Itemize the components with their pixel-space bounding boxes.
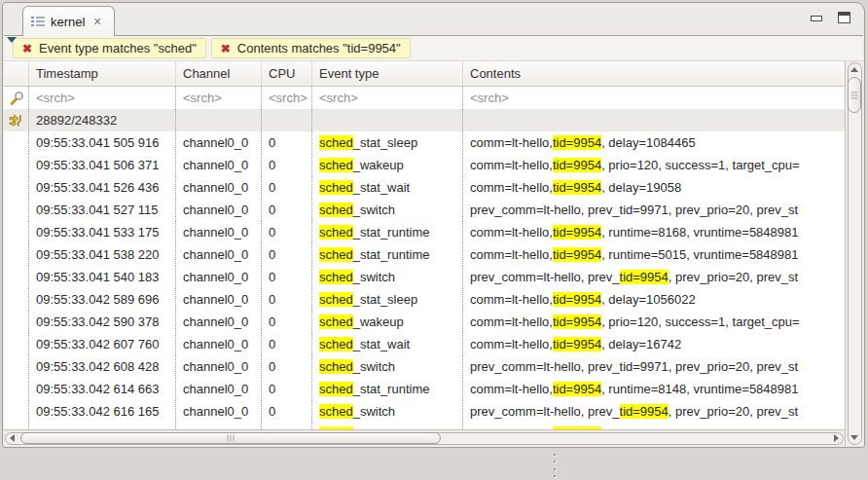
cell-event-type: sched_stat_sleep bbox=[312, 131, 463, 154]
cell-timestamp: 09:55:33.042 614 663 bbox=[29, 378, 176, 400]
header-timestamp[interactable]: Timestamp bbox=[29, 61, 176, 86]
cell-contents: comm=lt-hello, tid=9954, prio=120, succe… bbox=[463, 311, 845, 333]
scroll-down-icon[interactable] bbox=[849, 431, 860, 444]
search-field-contents[interactable]: <srch> bbox=[463, 87, 863, 109]
search-field-channel[interactable]: <srch> bbox=[176, 87, 262, 109]
table-row[interactable]: 09:55:33.041 533 175 channel0_0 0 sched_… bbox=[4, 221, 845, 243]
cell-contents: prev_comm=lt-hello, prev_tid=9954, prev_… bbox=[463, 400, 845, 423]
cell-timestamp: 09:55:33.041 506 371 bbox=[29, 154, 176, 176]
header-channel[interactable]: Channel bbox=[176, 61, 262, 86]
scroll-right-icon[interactable] bbox=[830, 433, 843, 443]
scroll-left-icon[interactable] bbox=[6, 433, 18, 443]
cell-cpu: 0 bbox=[262, 243, 312, 266]
cell-cpu: 0 bbox=[262, 199, 312, 221]
table-row[interactable]: 09:55:33.042 607 760 channel0_0 0 sched_… bbox=[4, 333, 845, 355]
cell-contents: prev_comm=lt-hello, prev_tid=9971, prev_… bbox=[463, 355, 845, 378]
cell-cpu: 0 bbox=[262, 176, 312, 199]
vertical-scrollbar[interactable] bbox=[845, 61, 863, 446]
cell-channel: channel0_0 bbox=[176, 131, 262, 154]
cell-contents: comm=lt-hello, tid=9954, delay=19058 bbox=[463, 176, 845, 199]
match-highlight: sched bbox=[319, 270, 353, 284]
match-highlight: sched bbox=[319, 247, 353, 262]
search-field-event-type[interactable]: <srch> bbox=[312, 87, 463, 109]
match-highlight: tid=9954 bbox=[553, 158, 601, 172]
table-row[interactable]: 09:55:33.041 538 220 channel0_0 0 sched_… bbox=[4, 243, 845, 266]
horizontal-scrollbar[interactable] bbox=[4, 429, 845, 446]
cell-channel: channel0_0 bbox=[176, 288, 262, 311]
collapse-filters-icon[interactable] bbox=[7, 37, 17, 43]
search-icon bbox=[4, 87, 29, 109]
vertical-scrollbar-thumb[interactable] bbox=[848, 77, 861, 113]
maximize-view-button[interactable] bbox=[838, 12, 850, 23]
table-row[interactable]: 09:55:33.041 506 371 channel0_0 0 sched_… bbox=[4, 154, 845, 176]
cell-channel: channel0_0 bbox=[176, 311, 262, 333]
table-row[interactable]: 09:55:33.042 590 378 channel0_0 0 sched_… bbox=[4, 311, 845, 333]
filter-status-event-type bbox=[312, 109, 463, 131]
header-event-type[interactable]: Event type bbox=[312, 61, 463, 86]
filter-chip-label: Contents matches "tid=9954" bbox=[237, 41, 401, 55]
search-field-timestamp[interactable]: <srch> bbox=[29, 87, 176, 109]
cell-event-type: sched_stat_runtime bbox=[312, 221, 463, 243]
table-row[interactable]: 09:55:33.042 616 165 channel0_0 0 sched_… bbox=[4, 400, 845, 423]
sash-handle[interactable] bbox=[551, 454, 559, 477]
match-highlight: sched bbox=[319, 337, 353, 351]
cell-channel: channel0_0 bbox=[176, 221, 262, 243]
cell-event-type: sched_switch bbox=[312, 400, 463, 423]
cell-contents: comm=lt-hello, tid=9954, delay=1056022 bbox=[463, 288, 845, 311]
cell-channel: channel0_0 bbox=[176, 243, 262, 266]
row-gutter bbox=[4, 266, 29, 288]
search-field-cpu[interactable]: <srch> bbox=[262, 87, 312, 109]
header-cpu[interactable]: CPU bbox=[262, 61, 312, 86]
cell-timestamp: 09:55:33.042 607 760 bbox=[29, 333, 176, 355]
cell-channel: channel0_0 bbox=[176, 355, 262, 378]
cell-event-type: sched_wakeup bbox=[312, 154, 463, 176]
cell-timestamp: 09:55:33.041 527 115 bbox=[29, 199, 176, 221]
cell-cpu: 0 bbox=[262, 355, 312, 378]
cell-timestamp: 09:55:33.042 589 696 bbox=[29, 288, 176, 311]
row-gutter bbox=[4, 131, 29, 154]
cell-cpu: 0 bbox=[262, 288, 312, 311]
tab-kernel[interactable]: kernel ✕ bbox=[22, 6, 115, 36]
match-highlight: tid=9954 bbox=[553, 135, 601, 150]
match-highlight: tid=9954 bbox=[553, 225, 601, 240]
table-row[interactable]: 09:55:33.042 608 428 channel0_0 0 sched_… bbox=[4, 355, 845, 378]
cell-channel: channel0_0 bbox=[176, 333, 262, 355]
remove-filter-icon[interactable]: ✖ bbox=[22, 43, 32, 55]
header-gutter bbox=[4, 61, 29, 86]
cell-timestamp: 09:55:33.041 505 916 bbox=[29, 131, 176, 154]
event-rows: 09:55:33.041 505 916 channel0_0 0 sched_… bbox=[4, 131, 845, 430]
match-highlight: sched bbox=[319, 292, 353, 307]
scroll-up-icon[interactable] bbox=[849, 63, 860, 76]
cell-timestamp: 09:55:33.042 608 428 bbox=[29, 355, 176, 378]
cell-contents: comm=lt-hello, tid=9954, runtime=5015, v… bbox=[463, 243, 845, 266]
vertical-scrollbar-track[interactable] bbox=[848, 62, 862, 445]
match-highlight: tid=9954 bbox=[620, 270, 669, 284]
table-row[interactable]: 09:55:33.041 527 115 channel0_0 0 sched_… bbox=[4, 199, 845, 221]
cell-timestamp: 09:55:33.041 526 436 bbox=[29, 176, 176, 199]
table-row[interactable]: 09:55:33.042 614 663 channel0_0 0 sched_… bbox=[4, 378, 845, 400]
tab-close-icon[interactable]: ✕ bbox=[90, 16, 103, 28]
cell-timestamp: 09:55:33.041 533 175 bbox=[29, 221, 176, 243]
row-gutter bbox=[4, 400, 29, 423]
table-row[interactable]: 09:55:33.041 540 183 channel0_0 0 sched_… bbox=[4, 266, 845, 288]
match-highlight: sched bbox=[319, 180, 353, 195]
cell-event-type: sched_stat_runtime bbox=[312, 378, 463, 400]
cell-contents: prev_comm=lt-hello, prev_tid=9954, prev_… bbox=[463, 266, 845, 288]
cell-contents: prev_comm=lt-hello, prev_tid=9971, prev_… bbox=[463, 199, 845, 221]
row-gutter bbox=[4, 378, 29, 400]
row-gutter bbox=[4, 221, 29, 243]
match-highlight: tid=9954 bbox=[553, 247, 601, 262]
table-row[interactable]: 09:55:33.041 505 916 channel0_0 0 sched_… bbox=[4, 131, 845, 154]
table-header: Timestamp Channel CPU Event type Content… bbox=[4, 61, 863, 87]
cell-contents: comm=lt-hello, tid=9954, runtime=8168, v… bbox=[463, 221, 845, 243]
cell-cpu: 0 bbox=[262, 154, 312, 176]
table-row[interactable]: 09:55:33.041 526 436 channel0_0 0 sched_… bbox=[4, 176, 845, 199]
table-row[interactable]: 09:55:33.042 589 696 channel0_0 0 sched_… bbox=[4, 288, 845, 311]
header-contents[interactable]: Contents bbox=[463, 61, 863, 86]
search-row: <srch> <srch> <srch> <srch> <srch> bbox=[4, 87, 863, 109]
remove-filter-icon[interactable]: ✖ bbox=[221, 43, 231, 55]
cell-contents: comm=lt-hello, tid=9954, delay=16742 bbox=[463, 333, 845, 355]
minimize-view-button[interactable] bbox=[810, 12, 822, 22]
cell-contents: comm=lt-hello, tid=9954, runtime=8148, v… bbox=[463, 378, 845, 400]
horizontal-scrollbar-thumb[interactable] bbox=[20, 432, 441, 444]
